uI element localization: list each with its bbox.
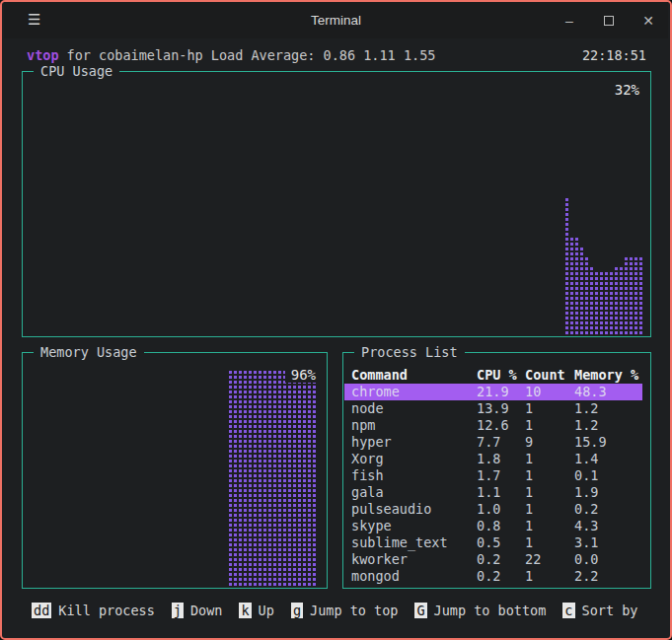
cell-command: gala — [351, 484, 477, 501]
cell-cpu: 1.7 — [477, 467, 525, 484]
key-j[interactable]: j — [172, 603, 184, 618]
process-row-npm[interactable]: npm12.611.2 — [344, 417, 649, 434]
memory-usage-label: Memory Usage — [34, 344, 144, 360]
cell-cpu: 12.6 — [477, 417, 525, 434]
chart-dot-column — [268, 371, 271, 586]
cell-memory: 1.2 — [574, 417, 649, 434]
process-row-fish[interactable]: fish1.710.1 — [344, 467, 649, 484]
process-row-kworker[interactable]: kworker0.2220.0 — [344, 551, 649, 568]
cell-cpu: 13.9 — [477, 400, 525, 417]
host-load-text: for cobaimelan-hp Load Average: 0.86 1.1… — [67, 47, 436, 65]
process-row-sublime_text[interactable]: sublime_text0.513.1 — [344, 534, 649, 551]
cell-memory: 2.2 — [574, 568, 649, 585]
key-action-label: Kill process — [58, 603, 155, 618]
cell-memory: 1.4 — [574, 451, 649, 467]
chart-dot-column — [620, 267, 623, 334]
process-row-chrome[interactable]: chrome21.91048.3 — [344, 384, 649, 400]
key-action-label: Up — [259, 603, 274, 618]
cell-count: 1 — [525, 451, 574, 467]
chart-dot-column — [288, 371, 291, 586]
cell-memory: 1.9 — [574, 484, 649, 501]
cell-count: 1 — [525, 518, 574, 534]
key-c[interactable]: c — [562, 603, 574, 618]
process-table: Command CPU % Count Memory % chrome21.91… — [344, 367, 649, 585]
process-row-hyper[interactable]: hyper7.7915.9 — [344, 434, 649, 451]
chart-dot-column — [293, 371, 296, 586]
chart-dot-column — [254, 371, 257, 586]
status-line: vtop for cobaimelan-hp Load Average: 0.8… — [27, 47, 646, 65]
process-row-node[interactable]: node13.911.2 — [344, 400, 649, 417]
maximize-button[interactable] — [589, 13, 629, 29]
cell-count: 9 — [525, 434, 574, 451]
process-row-gala[interactable]: gala1.111.9 — [344, 484, 649, 501]
chart-dot-column — [278, 371, 281, 586]
keybinding-down: jDown — [172, 602, 223, 619]
chart-dot-column — [234, 371, 237, 586]
minimize-button[interactable]: – — [550, 13, 589, 29]
maximize-icon — [604, 16, 614, 26]
cell-command: chrome — [351, 384, 477, 400]
chart-dot-column — [229, 371, 232, 586]
hamburger-menu-icon[interactable]: ☰ — [28, 11, 40, 29]
cell-cpu: 1.0 — [477, 501, 525, 518]
process-list-label: Process List — [354, 344, 465, 360]
col-command: Command — [351, 367, 477, 384]
chart-dot-column — [298, 371, 301, 586]
cell-count: 10 — [525, 384, 574, 400]
cell-count: 1 — [525, 400, 574, 417]
cell-cpu: 0.8 — [477, 518, 525, 534]
cell-command: hyper — [351, 434, 477, 451]
chart-dot-column — [605, 272, 608, 334]
cell-command: sublime_text — [351, 534, 477, 551]
key-dd[interactable]: dd — [32, 603, 51, 618]
chart-dot-column — [283, 371, 286, 586]
chart-dot-column — [239, 371, 242, 586]
cell-count: 1 — [525, 568, 574, 585]
cell-count: 1 — [525, 484, 574, 501]
chart-dot-column — [595, 272, 598, 334]
chart-dot-column — [313, 371, 316, 586]
chart-dot-column — [308, 371, 311, 586]
chart-dot-column — [615, 267, 618, 334]
cell-command: mongod — [351, 568, 477, 585]
process-row-skype[interactable]: skype0.814.3 — [344, 518, 649, 534]
process-row-mongod[interactable]: mongod0.212.2 — [344, 568, 649, 585]
key-k[interactable]: k — [239, 603, 251, 618]
keybinding-bar: ddKill processjDownkUpgJump to topGJump … — [32, 602, 654, 619]
cell-cpu: 0.2 — [477, 551, 525, 568]
window-controls: – ✕ — [550, 2, 668, 38]
memory-usage-panel: Memory Usage 96% — [22, 352, 328, 589]
process-row-pulseaudio[interactable]: pulseaudio1.010.2 — [344, 501, 649, 518]
chart-dot-column — [273, 371, 276, 586]
cell-cpu: 7.7 — [477, 434, 525, 451]
key-G[interactable]: G — [414, 603, 426, 618]
chart-dot-column — [244, 371, 247, 586]
cell-cpu: 21.9 — [477, 384, 525, 400]
chart-dot-column — [575, 238, 578, 334]
cell-memory: 48.3 — [574, 384, 649, 400]
process-list-panel: Process List Command CPU % Count Memory … — [342, 352, 651, 589]
process-row-Xorg[interactable]: Xorg1.811.4 — [344, 451, 649, 467]
terminal-window: ☰ Terminal – ✕ vtop for cobaimelan-hp Lo… — [0, 0, 672, 640]
cell-memory: 15.9 — [574, 434, 649, 451]
key-action-label: Sort by — [582, 603, 638, 618]
cell-command: node — [351, 400, 477, 417]
chart-dot-column — [585, 257, 588, 334]
cell-command: Xorg — [351, 451, 477, 467]
chart-dot-column — [630, 257, 633, 334]
key-action-label: Down — [190, 603, 223, 618]
chart-dot-column — [263, 371, 266, 586]
cell-memory: 0.2 — [574, 501, 649, 518]
cell-memory: 0.1 — [574, 467, 649, 484]
cell-memory: 4.3 — [574, 518, 649, 534]
memory-history-chart — [229, 363, 316, 586]
key-g[interactable]: g — [291, 603, 303, 618]
close-button[interactable]: ✕ — [629, 13, 668, 29]
process-table-header: Command CPU % Count Memory % — [344, 367, 649, 384]
keybinding-jump-to-bottom: GJump to bottom — [414, 602, 546, 619]
cell-count: 1 — [525, 417, 574, 434]
keybinding-up: kUp — [239, 602, 273, 619]
chart-dot-column — [610, 272, 613, 334]
key-action-label: Jump to bottom — [434, 603, 547, 618]
chart-dot-column — [249, 371, 252, 586]
